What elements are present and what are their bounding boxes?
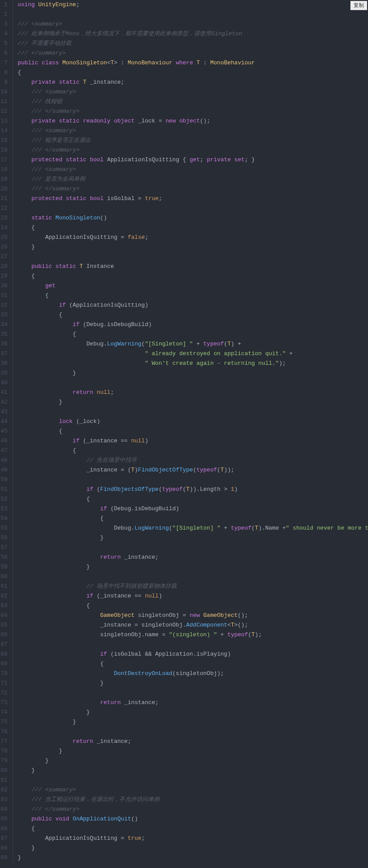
code-line: {	[18, 330, 368, 339]
line-number: 47	[0, 446, 9, 456]
line-number: 85	[0, 814, 9, 824]
line-number: 40	[0, 378, 9, 388]
code-line: // 先在场景中找寻	[18, 456, 368, 465]
code-line	[18, 407, 368, 417]
code-line: ApplicationIsQuitting = true;	[18, 834, 368, 843]
line-number: 34	[0, 320, 9, 330]
line-number: 41	[0, 388, 9, 397]
line-number: 64	[0, 611, 9, 620]
code-line	[18, 10, 368, 19]
line-number: 75	[0, 717, 9, 727]
code-line: if (FindObjectsOfType(typeof(T)).Length …	[18, 485, 368, 494]
line-number: 67	[0, 640, 9, 649]
code-line: }	[18, 708, 368, 717]
code-content[interactable]: using UnityEngine; /// <summary>/// 此单例继…	[13, 0, 368, 863]
line-number: 88	[0, 843, 9, 853]
code-line: /// <summary>	[18, 165, 368, 174]
line-number: 38	[0, 359, 9, 368]
code-line	[18, 543, 368, 553]
line-number: 59	[0, 562, 9, 572]
line-number: 82	[0, 785, 9, 795]
line-number: 21	[0, 194, 9, 204]
code-line: }	[18, 242, 368, 252]
code-line: /// 线程锁	[18, 97, 368, 107]
code-line	[18, 475, 368, 485]
line-number: 79	[0, 756, 9, 766]
line-number: 77	[0, 737, 9, 746]
code-line: /// </summary>	[18, 184, 368, 194]
line-number: 3	[0, 19, 9, 29]
code-line: {	[18, 223, 368, 233]
line-number: 51	[0, 485, 9, 494]
code-line: if (Debug.isDebugBuild)	[18, 320, 368, 330]
line-number: 14	[0, 126, 9, 136]
code-line: " Won't create again - returning null.")…	[18, 359, 368, 368]
code-line	[18, 204, 368, 213]
line-number: 73	[0, 698, 9, 708]
code-line: /// 是否为全局单例	[18, 174, 368, 184]
line-number: 70	[0, 669, 9, 679]
code-line: /// <summary>	[18, 785, 368, 795]
code-line	[18, 252, 368, 262]
code-line: {	[18, 601, 368, 611]
line-number: 18	[0, 165, 9, 174]
code-line: if (isGolbal && Application.isPlaying)	[18, 649, 368, 659]
copy-button[interactable]: 复制	[350, 1, 367, 10]
line-number: 28	[0, 262, 9, 271]
code-line: singletonObj.name = "(singleton) " + typ…	[18, 630, 368, 640]
code-line: {	[18, 659, 368, 669]
line-number: 43	[0, 407, 9, 417]
code-line: _instance = singletonObj.AddComponent<T>…	[18, 620, 368, 630]
code-line: /// <summary>	[18, 87, 368, 97]
line-number: 33	[0, 310, 9, 320]
code-line: {	[18, 291, 368, 300]
line-number: 36	[0, 339, 9, 349]
line-number: 8	[0, 68, 9, 78]
code-line: /// 此单例继承于Mono，绝大多情况下，都不需要使用此单例类型，请使用Sin…	[18, 29, 368, 39]
line-number: 37	[0, 349, 9, 359]
line-number: 72	[0, 688, 9, 698]
line-number: 57	[0, 543, 9, 553]
line-number: 13	[0, 116, 9, 126]
line-number: 31	[0, 291, 9, 300]
line-number: 62	[0, 591, 9, 601]
code-line: }	[18, 853, 368, 863]
code-line: if (_instance == null)	[18, 591, 368, 601]
code-line: }	[18, 397, 368, 407]
code-line: public void OnApplicationQuit()	[18, 814, 368, 824]
code-line: /// </summary>	[18, 107, 368, 116]
line-number: 15	[0, 136, 9, 145]
line-number: 53	[0, 504, 9, 514]
line-number: 22	[0, 204, 9, 213]
line-number: 45	[0, 427, 9, 436]
code-line: private static readonly object _lock = n…	[18, 116, 368, 126]
code-line: // 场景中找不到就创建新物体挂载	[18, 582, 368, 591]
line-number: 4	[0, 29, 9, 39]
code-line: return null;	[18, 388, 368, 397]
line-number: 89	[0, 853, 9, 863]
code-line: {	[18, 446, 368, 456]
code-line: private static T _instance;	[18, 78, 368, 87]
line-number: 5	[0, 39, 9, 48]
code-line	[18, 688, 368, 698]
code-line: Debug.LogWarning("[Singleton] " + typeof…	[18, 339, 368, 349]
line-number: 27	[0, 252, 9, 262]
line-number: 84	[0, 805, 9, 814]
code-line: {	[18, 494, 368, 504]
code-line: /// <summary>	[18, 126, 368, 136]
line-number: 54	[0, 514, 9, 523]
line-number: 32	[0, 300, 9, 310]
line-number: 44	[0, 417, 9, 427]
line-number: 68	[0, 649, 9, 659]
code-line: " already destroyed on application quit.…	[18, 349, 368, 359]
line-number: 6	[0, 48, 9, 58]
line-number: 49	[0, 465, 9, 475]
code-line: public class MonoSingleton<T> : MonoBeha…	[18, 58, 368, 68]
code-line	[18, 775, 368, 785]
line-number: 30	[0, 281, 9, 291]
line-number: 76	[0, 727, 9, 737]
line-number: 12	[0, 107, 9, 116]
code-line: /// 不需要手动挂载	[18, 39, 368, 48]
code-line: GameObject singletonObj = new GameObject…	[18, 611, 368, 620]
line-number: 19	[0, 174, 9, 184]
